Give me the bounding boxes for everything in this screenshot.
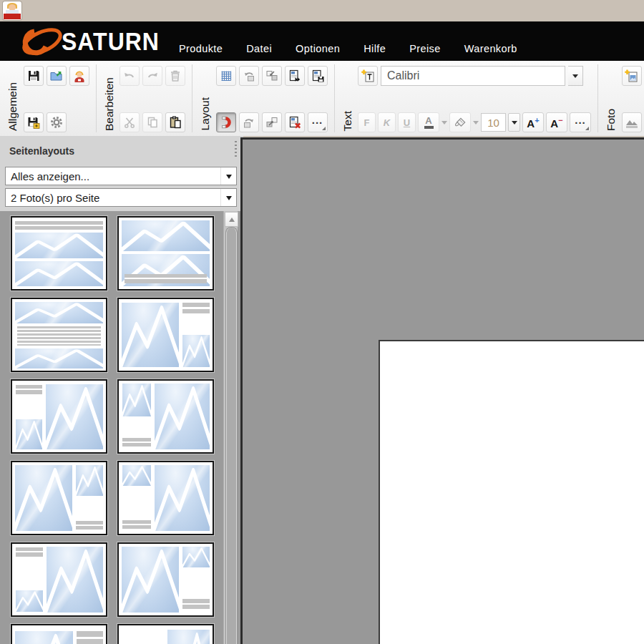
gear-icon <box>49 115 64 130</box>
menu-item-datei[interactable]: Datei <box>246 43 272 54</box>
layout-thumbnail-text-top-small-bottom-left-large-right[interactable] <box>11 542 107 617</box>
photos-per-page-select[interactable]: 2 Foto(s) pro Seite <box>5 188 237 207</box>
save-icon <box>26 69 41 83</box>
save-layout-icon <box>311 69 325 83</box>
scrollbar-thumb[interactable] <box>225 227 238 644</box>
assistant-button[interactable] <box>69 66 89 86</box>
layouts-scrollbar[interactable] <box>223 211 238 644</box>
group-label-edit: Bearbeiten <box>104 77 115 131</box>
open-project-button[interactable] <box>47 66 67 86</box>
add-photo-button[interactable] <box>622 66 642 86</box>
app-icon[interactable] <box>3 1 21 20</box>
layout-thumbnail-photo-textblock-photo[interactable] <box>11 298 107 372</box>
paste-button[interactable] <box>165 112 185 132</box>
triangle-up-icon <box>229 215 235 222</box>
text-more-button[interactable]: ... <box>570 112 591 132</box>
redo-icon <box>145 69 160 83</box>
layout-category-value: Alles anzeigen... <box>6 170 89 182</box>
menu-item-preise[interactable]: Preise <box>409 43 441 54</box>
layout-thumbnail-large-left-small-top-text-bottom-right[interactable] <box>11 461 107 535</box>
layout-thumbnail-small-photo-text-left-large-right[interactable] <box>117 461 214 535</box>
font-color-dropdown-icon[interactable] <box>441 121 447 127</box>
layout-thumbnail-small-top-text-bottom-left-large-right[interactable] <box>117 379 214 454</box>
layout-category-select[interactable]: Alles anzeigen... <box>5 167 237 185</box>
photo-placeholder <box>15 465 72 531</box>
fill-color-button[interactable] <box>449 112 471 132</box>
layout-thumbnail-text-left-photo-right[interactable] <box>117 624 214 644</box>
photo-placeholder <box>16 590 43 612</box>
send-backward-icon <box>265 69 279 83</box>
photo-placeholder <box>76 465 103 496</box>
increase-font-icon: A+ <box>527 117 539 129</box>
photo-placeholder <box>122 303 179 367</box>
sidebar-page-layouts: Seitenlayouts Alles anzeigen... 2 Foto(s… <box>0 136 243 644</box>
menu-item-warenkorb[interactable]: Warenkorb <box>464 43 517 54</box>
send-backward-button[interactable] <box>262 66 282 86</box>
text-placeholder <box>17 326 102 346</box>
chevron-down-icon <box>572 74 578 81</box>
font-size-dropdown-button[interactable] <box>508 113 520 132</box>
apply-layout-all-pages-button[interactable] <box>285 66 305 86</box>
save-as-button[interactable] <box>24 112 44 132</box>
redo-button[interactable] <box>142 66 162 86</box>
copy-button[interactable] <box>142 112 162 132</box>
layout-thumbnail-large-left-small-top-right-text-bottom[interactable] <box>117 542 214 617</box>
photo-placeholder <box>182 335 210 367</box>
add-photo-icon <box>624 69 639 84</box>
underline-label: U <box>404 117 410 128</box>
album-page[interactable] <box>379 340 644 644</box>
layout-more-button[interactable]: ... <box>308 112 328 132</box>
select-dropdown-button[interactable] <box>220 167 236 185</box>
delete-button[interactable] <box>165 66 185 86</box>
underline-button[interactable]: U <box>398 112 416 132</box>
rotate-right-icon <box>242 115 256 130</box>
font-size-field[interactable]: 10 <box>481 113 506 132</box>
toolbar-group-edit: Bearbeiten <box>97 61 192 136</box>
fill-color-dropdown-icon[interactable] <box>473 121 479 127</box>
editor-canvas[interactable] <box>240 137 644 644</box>
scrollbar-up-button[interactable] <box>225 212 238 227</box>
menu-item-hilfe[interactable]: Hilfe <box>364 43 386 54</box>
panel-grip-icon[interactable] <box>235 141 237 157</box>
save-as-icon <box>26 115 41 130</box>
increase-font-button[interactable]: A+ <box>522 112 544 132</box>
font-family-select[interactable]: Calibri <box>381 66 565 86</box>
select-dropdown-button[interactable] <box>220 189 236 206</box>
bold-button[interactable]: F <box>358 112 376 132</box>
font-color-button[interactable]: A <box>418 112 439 132</box>
menu-item-optionen[interactable]: Optionen <box>296 43 340 54</box>
rotate-right-button[interactable] <box>239 112 259 132</box>
layout-thumbnail-text-top-two-wide-photos[interactable] <box>11 216 107 291</box>
photo-placeholder <box>182 547 210 567</box>
photo-placeholder <box>122 384 150 416</box>
menu-bar: SATURN ProdukteDateiOptionenHilfePreiseW… <box>0 21 644 61</box>
layout-thumbnail-wide-photo-left-text-right[interactable] <box>11 624 107 644</box>
rotate-left-button[interactable] <box>239 66 259 86</box>
grid-icon <box>219 69 233 83</box>
photo-placeholder <box>122 220 210 251</box>
layout-thumbnail-large-left-text-and-small-right[interactable] <box>117 298 214 372</box>
layout-thumbnail-text-and-small-left-large-right[interactable] <box>11 379 107 454</box>
layout-thumbnail-two-wide-photos-text-bottom[interactable] <box>117 216 214 291</box>
photo-edit-button[interactable] <box>622 112 642 132</box>
menu-item-produkte[interactable]: Produkte <box>179 43 223 54</box>
save-button[interactable] <box>24 66 44 86</box>
save-layout-button[interactable] <box>308 66 328 86</box>
undo-button[interactable] <box>119 66 140 86</box>
apply-layout-pages-icon <box>288 69 302 83</box>
settings-button[interactable] <box>47 112 67 132</box>
cut-button[interactable] <box>119 112 140 132</box>
open-folder-icon <box>49 69 64 83</box>
decrease-font-button[interactable]: A− <box>546 112 567 132</box>
bring-forward-button[interactable] <box>262 112 282 132</box>
font-family-dropdown-button[interactable] <box>568 66 583 86</box>
snap-magnet-button[interactable] <box>216 112 236 132</box>
add-text-button[interactable] <box>358 66 378 86</box>
italic-button[interactable]: K <box>378 112 396 132</box>
decrease-font-icon: A− <box>550 117 562 129</box>
show-grid-button[interactable] <box>216 66 236 86</box>
delete-layout-button[interactable] <box>285 112 305 132</box>
application-window: SATURN ProdukteDateiOptionenHilfePreiseW… <box>0 0 644 644</box>
toolbar-group-text: Text Calibri <box>335 61 598 136</box>
undo-icon <box>122 69 137 83</box>
